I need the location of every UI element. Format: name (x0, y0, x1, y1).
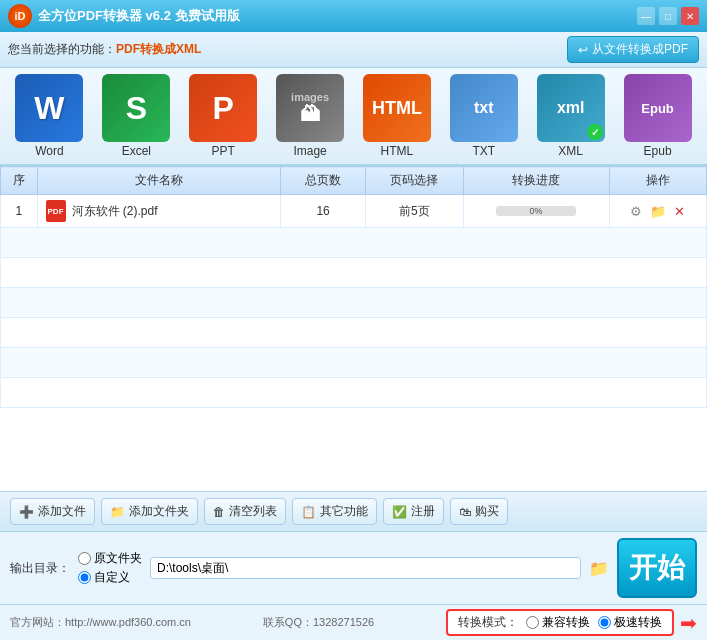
clear-list-button[interactable]: 🗑 清空列表 (204, 498, 286, 525)
format-html[interactable]: HTML HTML (358, 74, 437, 158)
title-controls: — □ ✕ (637, 7, 699, 25)
cell-filename: PDF 河东软件 (2).pdf (37, 195, 280, 228)
output-row: 输出目录： 原文件夹 自定义 📁 开始 (0, 531, 707, 604)
footer-qq: 联系QQ：1328271526 (263, 615, 374, 630)
output-path-input[interactable] (150, 557, 581, 579)
output-label: 输出目录： (10, 560, 70, 577)
toolbar-area: 您当前选择的功能：PDF转换成XML ↩ 从文件转换成PDF (0, 32, 707, 68)
add-file-button[interactable]: ➕ 添加文件 (10, 498, 95, 525)
format-image-label: Image (293, 144, 326, 158)
maximize-button[interactable]: □ (659, 7, 677, 25)
title-bar: iD 全方位PDF转换器 v6.2 免费试用版 — □ ✕ (0, 0, 707, 32)
app-title: 全方位PDF转换器 v6.2 免费试用版 (38, 7, 240, 25)
format-txt[interactable]: txt TXT (444, 74, 523, 158)
progress-bar-container: 0% (496, 206, 576, 216)
file-table-container: 序 文件名称 总页数 页码选择 转换进度 操作 1 PDF 河东软件 (2).p… (0, 166, 707, 491)
minimize-button[interactable]: — (637, 7, 655, 25)
format-ppt[interactable]: P PPT (184, 74, 263, 158)
format-html-label: HTML (381, 144, 414, 158)
progress-text: 0% (530, 206, 543, 216)
cell-actions: ⚙ 📁 ✕ (609, 195, 706, 228)
close-button[interactable]: ✕ (681, 7, 699, 25)
cell-pages: 16 (280, 195, 365, 228)
convert-back-button[interactable]: ↩ 从文件转换成PDF (567, 36, 699, 63)
bottom-toolbar: ➕ 添加文件 📁 添加文件夹 🗑 清空列表 📋 其它功能 ✅ 注册 🛍 购买 (0, 491, 707, 531)
col-pagesel: 页码选择 (366, 167, 463, 195)
action-folder-icon[interactable]: 📁 (649, 202, 667, 220)
format-xml[interactable]: xml ✓ XML (531, 74, 610, 158)
format-epub[interactable]: Epub Epub (618, 74, 697, 158)
format-image[interactable]: images 🏔 Image (271, 74, 350, 158)
output-folder-button[interactable]: 📁 (589, 559, 609, 578)
content-wrapper: 您当前选择的功能：PDF转换成XML ↩ 从文件转换成PDF W Word S … (0, 32, 707, 640)
mode-label: 转换模式： (458, 614, 518, 631)
output-radio-group: 原文件夹 自定义 (78, 550, 142, 586)
action-delete-icon[interactable]: ✕ (671, 202, 689, 220)
format-txt-label: TXT (472, 144, 495, 158)
action-settings-icon[interactable]: ⚙ (627, 202, 645, 220)
buy-button[interactable]: 🛍 购买 (450, 498, 508, 525)
radio-fast[interactable]: 极速转换 (598, 614, 662, 631)
add-folder-button[interactable]: 📁 添加文件夹 (101, 498, 198, 525)
convert-mode-box: 转换模式： 兼容转换 极速转换 (446, 609, 674, 636)
other-func-button[interactable]: 📋 其它功能 (292, 498, 377, 525)
format-excel[interactable]: S Excel (97, 74, 176, 158)
format-epub-label: Epub (644, 144, 672, 158)
breadcrumb: 您当前选择的功能：PDF转换成XML (8, 41, 201, 58)
radio-compat[interactable]: 兼容转换 (526, 614, 590, 631)
table-row: 1 PDF 河东软件 (2).pdf 16 前5页 0% (1, 195, 707, 228)
col-progress: 转换进度 (463, 167, 609, 195)
format-xml-label: XML (558, 144, 583, 158)
footer: 官方网站：http://www.pdf360.com.cn 联系QQ：13282… (0, 604, 707, 640)
register-button[interactable]: ✅ 注册 (383, 498, 444, 525)
format-word[interactable]: W Word (10, 74, 89, 158)
col-filename: 文件名称 (37, 167, 280, 195)
pdf-file-icon: PDF (46, 200, 66, 222)
radio-custom[interactable]: 自定义 (78, 569, 142, 586)
start-button[interactable]: 开始 (617, 538, 697, 598)
radio-original[interactable]: 原文件夹 (78, 550, 142, 567)
xml-badge: ✓ (587, 124, 603, 140)
file-table: 序 文件名称 总页数 页码选择 转换进度 操作 1 PDF 河东软件 (2).p… (0, 166, 707, 408)
arrow-icon: ➡ (680, 611, 697, 635)
title-bar-left: iD 全方位PDF转换器 v6.2 免费试用版 (8, 4, 240, 28)
format-excel-label: Excel (122, 144, 151, 158)
cell-pagesel: 前5页 (366, 195, 463, 228)
cell-progress: 0% (463, 195, 609, 228)
col-pages: 总页数 (280, 167, 365, 195)
col-actions: 操作 (609, 167, 706, 195)
app-logo: iD (8, 4, 32, 28)
format-ppt-label: PPT (212, 144, 235, 158)
cell-index: 1 (1, 195, 38, 228)
col-index: 序 (1, 167, 38, 195)
formats-row: W Word S Excel P PPT images 🏔 Image (0, 68, 707, 166)
footer-website: 官方网站：http://www.pdf360.com.cn (10, 615, 191, 630)
format-word-label: Word (35, 144, 63, 158)
